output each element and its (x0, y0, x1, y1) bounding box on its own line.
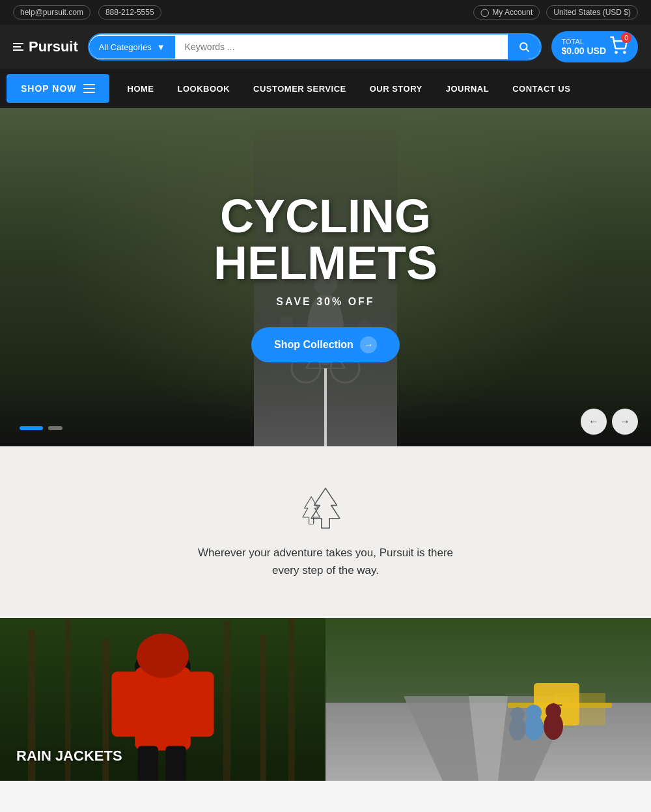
shop-now-label: SHOP NOW (21, 83, 77, 94)
svg-point-2 (615, 51, 616, 53)
svg-point-47 (509, 717, 526, 740)
svg-point-34 (137, 634, 189, 679)
svg-rect-27 (288, 618, 295, 781)
adventure-tagline: Wherever your adventure takes you, Pursu… (189, 544, 462, 579)
svg-rect-4 (83, 84, 95, 85)
svg-rect-31 (186, 672, 214, 737)
cart-label: TOTAL (562, 38, 606, 46)
main-navigation: SHOP NOW HOME LOOKBOOK CUSTOMER SERVICE … (0, 69, 651, 108)
cycling-background: ← (326, 618, 651, 781)
svg-rect-33 (165, 746, 186, 781)
hero-title: CYCLINGHELMETS (214, 193, 437, 286)
nav-our-story[interactable]: OUR STORY (358, 72, 434, 105)
svg-point-45 (524, 714, 544, 740)
shop-now-button[interactable]: SHOP NOW (7, 74, 109, 103)
slider-next-button[interactable]: → (612, 409, 638, 435)
svg-point-3 (624, 51, 625, 53)
nav-lookbook[interactable]: LOOKBOOK (166, 72, 242, 105)
nature-trees-icon (299, 485, 352, 531)
slider-dot-1[interactable] (20, 426, 43, 430)
svg-point-0 (520, 43, 527, 50)
hamburger-icon (13, 43, 23, 51)
top-bar-left: help@pursuit.com 888-212-5555 (13, 5, 161, 20)
svg-rect-30 (111, 672, 139, 737)
adventure-section: Wherever your adventure takes you, Pursu… (0, 446, 651, 618)
top-bar-right: ◯ My Account United States (USD $) (473, 5, 638, 20)
slider-dots (20, 426, 62, 430)
svg-rect-6 (83, 92, 95, 93)
cart-text: TOTAL $0.00 USD (562, 38, 606, 56)
svg-rect-5 (83, 88, 95, 89)
slider-dot-2[interactable] (48, 426, 62, 430)
category-label: All Categories (99, 42, 152, 52)
menu-lines-icon (83, 84, 95, 93)
my-account-link[interactable]: ◯ My Account (473, 5, 540, 20)
cart-total: $0.00 USD (562, 46, 606, 56)
svg-rect-25 (223, 621, 230, 781)
svg-rect-29 (135, 667, 191, 751)
svg-rect-32 (137, 746, 158, 781)
cart-badge: 0 (621, 33, 631, 43)
slider-prev-button[interactable]: ← (581, 409, 607, 435)
svg-line-1 (526, 49, 529, 51)
region-selector[interactable]: United States (USD $) (546, 5, 638, 20)
nav-home[interactable]: HOME (116, 72, 166, 105)
user-icon: ◯ (480, 8, 489, 17)
svg-point-49 (544, 712, 563, 740)
search-button[interactable] (508, 34, 540, 59)
search-bar: All Categories ▼ (88, 33, 542, 61)
arrow-right-icon: → (360, 336, 377, 353)
nav-customer-service[interactable]: CUSTOMER SERVICE (242, 72, 358, 105)
rain-jackets-label: RAIN JACKETS (16, 748, 122, 765)
my-account-label: My Account (492, 8, 533, 17)
shop-collection-label: Shop Collection (274, 339, 353, 351)
category-grid: RAIN JACKETS ← (0, 618, 651, 781)
logo-text: Pursuit (29, 38, 78, 55)
cycling-card[interactable]: ← (326, 618, 651, 781)
category-dropdown[interactable]: All Categories ▼ (89, 36, 175, 59)
svg-rect-37 (326, 618, 651, 703)
site-logo[interactable]: Pursuit (13, 38, 78, 55)
search-input[interactable] (175, 35, 508, 59)
nav-links: HOME LOOKBOOK CUSTOMER SERVICE OUR STORY… (116, 72, 583, 105)
hero-content: CYCLINGHELMETS SAVE 30% OFF Shop Collect… (214, 193, 437, 362)
top-bar: help@pursuit.com 888-212-5555 ◯ My Accou… (0, 0, 651, 25)
rain-jackets-card[interactable]: RAIN JACKETS (0, 618, 326, 781)
nav-journal[interactable]: JOURNAL (434, 72, 501, 105)
nav-contact-us[interactable]: CONTACT US (501, 72, 582, 105)
cart-button[interactable]: TOTAL $0.00 USD 0 (551, 31, 638, 62)
chevron-down-icon: ▼ (157, 42, 165, 52)
phone-contact[interactable]: 888-212-5555 (98, 5, 161, 20)
hero-subtitle: SAVE 30% OFF (214, 296, 437, 308)
email-contact[interactable]: help@pursuit.com (13, 5, 90, 20)
search-icon (518, 41, 530, 53)
shop-collection-button[interactable]: Shop Collection → (251, 327, 400, 362)
hero-section: CYCLINGHELMETS SAVE 30% OFF Shop Collect… (0, 108, 651, 446)
svg-rect-26 (260, 634, 266, 781)
cart-icon-wrap: 0 (609, 36, 628, 57)
site-header: Pursuit All Categories ▼ TOTAL $0.00 USD… (0, 25, 651, 69)
slider-navigation: ← → (581, 409, 638, 435)
